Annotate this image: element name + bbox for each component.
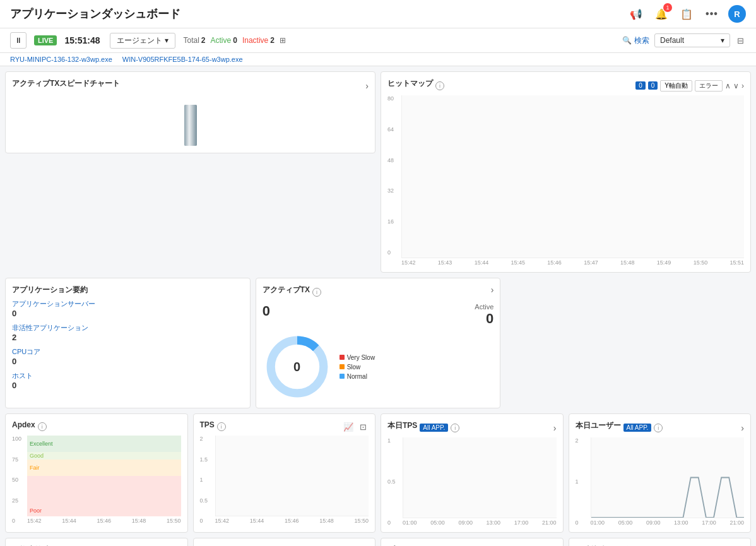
apdex-chart-area: 100 75 50 25 0 Excellent Good Fair <box>12 436 181 524</box>
today-tps-header: 本日TPS All APP. i › <box>387 420 557 435</box>
today-users-title: 本日ユーザー <box>576 420 621 431</box>
megaphone-icon[interactable]: 📢 <box>627 5 645 23</box>
search-label: 検索 <box>634 35 649 46</box>
today-tps-card: 本日TPS All APP. i › 1 0.5 0 01:00 05:00 <box>381 413 564 533</box>
total-stat: Total 2 <box>183 36 205 45</box>
apdex-info-icon[interactable]: i <box>38 422 47 431</box>
bell-badge: 1 <box>663 3 672 12</box>
tps-x-axis: 15:42 15:44 15:46 15:48 15:50 <box>215 518 369 524</box>
agent-chevron: ▾ <box>165 36 168 45</box>
agent-dropdown[interactable]: エージェント ▾ <box>110 33 175 49</box>
active-tx-info-icon[interactable]: i <box>312 288 321 297</box>
agent-link-0[interactable]: RYU-MINIPC-136-132-w3wp.exe <box>10 56 112 63</box>
search-area: 🔍 検索 Default ▾ ⊟ <box>622 33 746 47</box>
today-tps-y-axis: 1 0.5 0 <box>387 437 403 526</box>
normal-label: Normal <box>347 373 367 380</box>
summary-value-2: 0 <box>12 357 244 366</box>
poor-band: Poor <box>27 476 181 516</box>
fair-band: Fair <box>27 460 181 476</box>
heatmap-badge2: 0 <box>648 81 658 90</box>
tps-controls: 📈 ⊡ <box>341 422 369 432</box>
today-users-svg <box>591 437 745 518</box>
summary-value-0: 0 <box>12 309 244 318</box>
summary-label-3[interactable]: ホスト <box>12 371 244 381</box>
main-content: アクティブTXスピードチャート › <box>0 66 756 546</box>
more-icon[interactable]: ••• <box>703 5 721 23</box>
system-cpu-card: システムCPU ⊡ 100% 75% 50% 25% 0 15:42 15:44… <box>193 538 376 546</box>
today-tps-title: 本日TPS <box>387 420 417 431</box>
apdex-plot: Excellent Good Fair Poor 15:42 15:44 15:… <box>27 436 181 524</box>
avg-response-card: 平均応答時間 i 📈 ⊡ 2ms 1.5ms 1ms 0.5ms 0 <box>5 538 188 546</box>
active-label: Active <box>475 303 493 311</box>
summary-label-0[interactable]: アプリケーションサーバー <box>12 299 244 309</box>
tps-chart-area: 2 1.5 1 0.5 0 15:42 15:44 15:46 15:48 15… <box>200 436 369 524</box>
legend-very-slow: Very Slow <box>340 354 375 361</box>
donut-chart: 0 <box>263 332 332 401</box>
stats-area: Total 2 Active 0 Inactive 2 ⊞ <box>183 36 285 45</box>
active-tx-chevron[interactable]: › <box>491 285 494 295</box>
summary-label-1[interactable]: 非活性アプリケーション <box>12 323 244 333</box>
very-slow-dot <box>340 355 345 360</box>
heatmap-right-arrow[interactable]: › <box>741 81 744 90</box>
heatmap-badge1: 0 <box>635 81 646 90</box>
clipboard-icon[interactable]: 📋 <box>678 5 695 23</box>
apdex-title: Apdex <box>12 420 35 429</box>
error-button[interactable]: エラー <box>695 80 723 92</box>
heatmap-up-arrow[interactable]: ∧ <box>725 81 731 90</box>
default-dropdown[interactable]: Default ▾ <box>654 33 730 47</box>
avatar[interactable]: R <box>728 5 746 23</box>
slow-dot <box>340 364 345 369</box>
concurrent-users-card: 同時接続ユーザー i ⊡ 2 1.5 1 0.5 0 15:42 15: <box>569 538 752 546</box>
tps-expand-icon[interactable]: ⊡ <box>358 422 369 432</box>
heatmap-info-icon[interactable]: i <box>435 81 444 90</box>
summary-item-3: ホスト 0 <box>12 371 244 390</box>
bell-icon[interactable]: 🔔 1 <box>653 5 670 23</box>
tps-y-axis: 2 1.5 1 0.5 0 <box>200 436 215 524</box>
live-badge: LIVE <box>34 35 57 45</box>
pause-button[interactable]: ⏸ <box>10 32 27 49</box>
today-tps-chart-area: 1 0.5 0 01:00 05:00 09:00 13:00 17:00 21… <box>387 437 557 526</box>
today-users-card: 本日ユーザー All APP. i › 2 1 0 <box>569 413 752 533</box>
tps-header: TPS i 📈 ⊡ <box>200 420 369 433</box>
page-title: アプリケーションダッシュボード <box>10 6 180 21</box>
good-band: Good <box>27 452 181 460</box>
search-button[interactable]: 🔍 検索 <box>622 35 649 46</box>
row-4: 平均応答時間 i 📈 ⊡ 2ms 1.5ms 1ms 0.5ms 0 <box>5 538 751 546</box>
active-tx-speed-chevron[interactable]: › <box>365 81 369 91</box>
apdex-header: Apdex i <box>12 420 181 433</box>
today-tps-all-app: All APP. <box>420 424 448 432</box>
active-tx-title-area: アクティブTX i <box>263 285 321 299</box>
row-3: Apdex i 100 75 50 25 0 Excellent Good <box>5 413 751 533</box>
summary-label-2[interactable]: CPUコア <box>12 347 244 357</box>
today-users-info-icon[interactable]: i <box>654 424 663 432</box>
today-tps-info-icon[interactable]: i <box>451 424 459 432</box>
today-users-chevron[interactable]: › <box>741 423 744 433</box>
today-users-all-app: All APP. <box>623 424 652 432</box>
normal-dot <box>340 374 345 379</box>
heatmap-down-arrow[interactable]: ∨ <box>733 81 739 90</box>
apdex-x-axis: 15:42 15:44 15:46 15:48 15:50 <box>27 518 181 524</box>
agent-label: エージェント <box>117 35 162 46</box>
today-users-y-axis: 2 1 0 <box>576 437 591 526</box>
heatmap-title-area: ヒットマップ i <box>387 78 444 93</box>
y-auto-button[interactable]: Y軸自動 <box>660 80 692 92</box>
toolbar: ⏸ LIVE 15:51:48 エージェント ▾ Total 2 Active … <box>0 28 756 53</box>
tps-info-icon[interactable]: i <box>217 422 226 431</box>
inactive-stat: Inactive 2 <box>242 36 275 45</box>
today-users-header: 本日ユーザー All APP. i › <box>576 420 745 435</box>
today-tps-chevron[interactable]: › <box>553 423 557 433</box>
active-tx-donut-area: 0 Very Slow Slow Normal <box>263 332 494 401</box>
filter-icon[interactable]: ⊞ <box>280 36 286 45</box>
active-tx-values: 0 Active 0 <box>263 303 494 327</box>
subtoolbar: RYU-MINIPC-136-132-w3wp.exe WIN-V905RFKF… <box>0 53 756 66</box>
donut-center-value: 0 <box>293 360 300 374</box>
slow-label: Slow <box>347 364 361 371</box>
summary-item-0: アプリケーションサーバー 0 <box>12 299 244 318</box>
agent-link-1[interactable]: WIN-V905RFKFE5B-174-65-w3wp.exe <box>122 56 243 63</box>
today-tps-grid <box>403 437 557 518</box>
layout-icon[interactable]: ⊟ <box>735 35 746 46</box>
tps-chart-icon[interactable]: 📈 <box>341 422 355 432</box>
today-tps-plot: 01:00 05:00 09:00 13:00 17:00 21:00 <box>403 437 557 526</box>
heatmap-x-axis: 15:42 15:43 15:44 15:45 15:46 15:47 15:4… <box>401 259 744 266</box>
tps-title-area: TPS i <box>200 420 226 433</box>
